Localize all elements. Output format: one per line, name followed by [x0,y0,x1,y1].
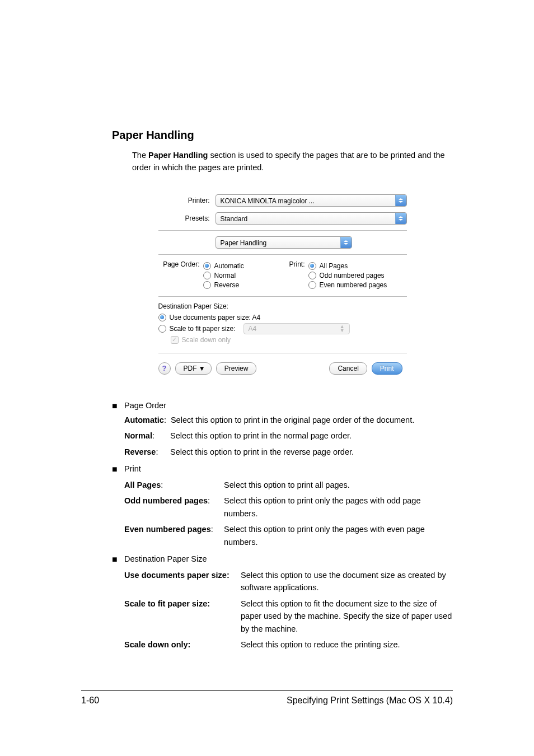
def-term: Scale down only [124,640,188,649]
page-order-label: Page Order: [158,260,200,291]
def-body: Select this option to fit the document s… [241,598,453,635]
section-select-value: Paper Handling [216,237,340,248]
def-body: Select this option to print in the norma… [170,430,453,442]
printer-select[interactable]: KONICA MINOLTA magicolor ... [216,194,407,207]
radio-label: Odd numbered pages [320,272,385,279]
svg-marker-1 [399,201,403,203]
def-term: Use documents paper size [124,571,227,580]
dropdown-arrow-icon [395,195,406,206]
radio-label: Scale to fit paper size: [170,325,236,333]
bullet-title: Page Order [124,399,453,412]
def-term: Even numbered pages [124,525,211,534]
def-term: Automatic [124,416,164,424]
print-radio-odd[interactable]: Odd numbered pages [308,272,387,279]
def-body: Select this option to print in the rever… [170,446,453,458]
presets-select[interactable]: Standard [216,212,407,225]
checkbox-label: Scale down only [182,336,231,344]
dropdown-arrow-icon [340,237,352,248]
def-term: Normal [124,431,152,440]
radio-label: Use documents paper size: A4 [170,314,261,321]
page-number: 1-60 [81,696,99,706]
def-body: Select this option to print only the pag… [224,494,453,520]
scale-paper-size-select: A4 ▲▼ [243,323,350,334]
page-order-radio-reverse[interactable]: Reverse [203,281,244,289]
radio-label: All Pages [320,262,348,270]
svg-marker-3 [399,219,403,221]
def-term: Reverse [124,447,156,456]
printer-label: Printer: [158,197,210,204]
divider [158,353,407,353]
divider [158,296,407,297]
radio-label: Even numbered pages [320,281,387,289]
print-radio-even[interactable]: Even numbered pages [308,281,387,289]
help-button[interactable]: ? [158,362,171,375]
scale-down-only-checkbox: Scale down only [171,336,407,344]
printer-select-value: KONICA MINOLTA magicolor ... [216,195,395,206]
footer-title: Specifying Print Settings (Mac OS X 10.4… [287,696,453,706]
section-heading: Paper Handling [112,129,453,142]
svg-marker-2 [399,216,403,218]
destination-paper-size-label: Destination Paper Size: [158,302,407,310]
cancel-button[interactable]: Cancel [329,362,367,375]
radio-label: Normal [214,272,236,279]
def-body: Select this option to use the document s… [241,569,453,594]
preview-button[interactable]: Preview [216,362,257,375]
bullet-title: Print [124,463,453,475]
divider [158,230,407,231]
dest-radio-use-documents[interactable]: Use documents paper size: A4 [158,314,407,321]
bullet-icon: ■ [112,399,124,459]
def-body: Select this option to print only the pag… [224,523,453,548]
def-body: Select this option to reduce the printin… [241,638,453,651]
page-order-radio-automatic[interactable]: Automatic [203,262,244,270]
radio-label: Reverse [214,281,240,289]
print-label: Print: [283,260,305,291]
bullet-icon: ■ [112,553,124,651]
presets-label: Presets: [158,214,210,222]
page-order-radio-normal[interactable]: Normal [203,272,244,279]
def-term: Odd numbered pages [124,496,208,505]
intro-paragraph: The Paper Handling section is used to sp… [132,150,453,174]
intro-text-prefix: The [132,151,148,160]
def-body: Select this option to print all pages. [224,479,453,491]
dropdown-arrow-icon: ▲▼ [340,325,345,333]
intro-text-bold: Paper Handling [148,151,208,160]
checkbox-icon [171,336,179,344]
bullet-title: Destination Paper Size [124,553,453,565]
dest-radio-scale-to-fit[interactable]: Scale to fit paper size: A4 ▲▼ [158,323,407,334]
presets-select-value: Standard [216,213,395,224]
dropdown-arrow-icon [395,213,406,224]
print-dialog: Printer: KONICA MINOLTA magicolor ... Pr… [148,185,417,382]
svg-marker-4 [344,240,348,242]
bullet-icon: ■ [112,463,124,548]
svg-marker-5 [344,243,348,245]
print-radio-all[interactable]: All Pages [308,262,387,270]
divider [158,254,407,255]
print-button[interactable]: Print [372,362,402,375]
section-select[interactable]: Paper Handling [216,236,352,249]
def-term: Scale to fit paper size [124,599,207,608]
scale-paper-size-value: A4 [249,325,257,333]
svg-marker-0 [399,198,403,200]
def-term: All Pages [124,480,161,489]
pdf-button[interactable]: PDF ▼ [175,362,212,375]
def-body: Select this option to print in the origi… [171,414,453,426]
radio-label: Automatic [214,262,244,270]
